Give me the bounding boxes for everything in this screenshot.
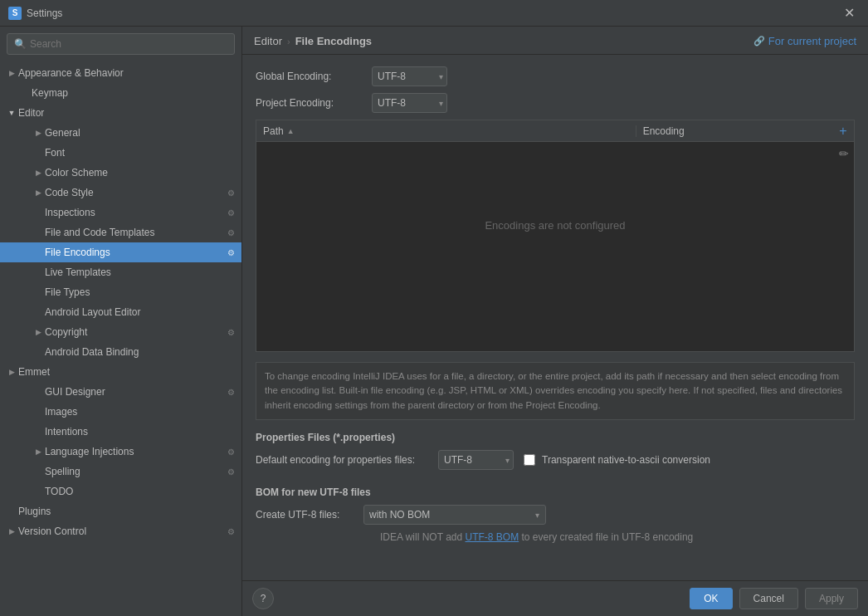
settings-icon: ⚙ <box>225 227 237 238</box>
arrow-icon: ▼ <box>7 108 17 118</box>
utf8-bom-link[interactable]: UTF-8 BOM <box>465 531 519 543</box>
table-empty-message: Encodings are not configured <box>256 142 854 308</box>
default-encoding-label: Default encoding for properties files: <box>256 454 438 466</box>
sidebar-item-general[interactable]: ▶ General <box>0 123 241 143</box>
search-input[interactable] <box>30 38 227 50</box>
breadcrumb-parent: Editor <box>254 35 282 47</box>
default-encoding-dropdown-wrapper: UTF-8 ISO-8859-1 UTF-16 <box>438 450 514 470</box>
bom-section: BOM for new UTF-8 files Create UTF-8 fil… <box>256 486 855 543</box>
project-encoding-dropdown[interactable]: UTF-8 ISO-8859-1 UTF-16 <box>372 93 447 113</box>
project-encoding-row: Project Encoding: UTF-8 ISO-8859-1 UTF-1… <box>256 93 855 113</box>
breadcrumb: Editor › File Encodings 🔗 For current pr… <box>242 27 868 55</box>
table-header: Path ▲ Encoding + <box>256 120 854 142</box>
sidebar-item-version-control[interactable]: ▶ Version Control ⚙ <box>0 521 241 541</box>
main-content: 🔍 ▶ Appearance & Behavior ▶ Keymap ▼ Edi… <box>0 27 868 616</box>
sidebar-item-appearance[interactable]: ▶ Appearance & Behavior <box>0 63 241 83</box>
sidebar-item-live-templates[interactable]: ▶ Live Templates <box>0 262 241 282</box>
sidebar-item-plugins[interactable]: ▶ Plugins <box>0 501 241 521</box>
create-utf8-row: Create UTF-8 files: with NO BOM with BOM… <box>256 505 855 525</box>
ok-button[interactable]: OK <box>690 588 732 609</box>
search-icon: 🔍 <box>14 38 27 50</box>
sidebar-item-file-code-templates[interactable]: ▶ File and Code Templates ⚙ <box>0 222 241 242</box>
apply-button[interactable]: Apply <box>805 588 858 609</box>
settings-tree: ▶ Appearance & Behavior ▶ Keymap ▼ Edito… <box>0 61 241 616</box>
add-encoding-button[interactable]: + <box>832 120 854 142</box>
edit-pencil-button[interactable]: ✏ <box>837 145 851 162</box>
breadcrumb-current: File Encodings <box>295 35 372 47</box>
arrow-icon: ▶ <box>33 447 43 457</box>
bom-note: IDEA will NOT add UTF-8 BOM to every cre… <box>256 531 855 543</box>
sidebar: 🔍 ▶ Appearance & Behavior ▶ Keymap ▼ Edi… <box>0 27 242 616</box>
arrow-icon: ▶ <box>33 168 43 178</box>
bottom-bar: ? OK Cancel Apply <box>242 580 868 616</box>
create-utf8-label: Create UTF-8 files: <box>256 509 363 521</box>
settings-icon: ⚙ <box>225 466 237 477</box>
bom-dropdown[interactable]: with NO BOM with BOM with BOM if Windows… <box>363 505 546 525</box>
path-header: Path ▲ <box>256 125 636 137</box>
sidebar-item-spelling[interactable]: ▶ Spelling ⚙ <box>0 462 241 482</box>
sidebar-item-color-scheme[interactable]: ▶ Color Scheme <box>0 163 241 183</box>
arrow-icon: ▶ <box>33 188 43 198</box>
encodings-table: Path ▲ Encoding + Encodings are not conf… <box>256 120 855 352</box>
sidebar-item-intentions[interactable]: ▶ Intentions <box>0 422 241 442</box>
description-text: To change encoding IntelliJ IDEA uses fo… <box>256 362 855 420</box>
sidebar-item-file-types[interactable]: ▶ File Types <box>0 282 241 302</box>
arrow-icon: ▶ <box>7 68 17 78</box>
settings-icon: ⚙ <box>225 446 237 457</box>
sidebar-item-gui-designer[interactable]: ▶ GUI Designer ⚙ <box>0 382 241 402</box>
breadcrumb-separator: › <box>287 37 290 46</box>
global-encoding-dropdown[interactable]: UTF-8 ISO-8859-1 UTF-16 <box>372 66 447 86</box>
for-current-project-link[interactable]: For current project <box>768 35 856 47</box>
bom-dropdown-wrapper: with NO BOM with BOM with BOM if Windows… <box>363 505 546 525</box>
sidebar-item-editor[interactable]: ▼ Editor <box>0 103 241 123</box>
sidebar-item-inspections[interactable]: ▶ Inspections ⚙ <box>0 203 241 222</box>
sidebar-item-images[interactable]: ▶ Images <box>0 402 241 422</box>
sidebar-item-todo[interactable]: ▶ TODO <box>0 482 241 501</box>
sidebar-item-file-encodings[interactable]: ▶ File Encodings ⚙ <box>0 242 241 262</box>
window-title: Settings <box>27 7 839 19</box>
default-encoding-row: Default encoding for properties files: U… <box>256 450 855 470</box>
close-button[interactable]: ✕ <box>839 3 860 22</box>
sidebar-item-emmet[interactable]: ▶ Emmet <box>0 362 241 382</box>
settings-icon: ⚙ <box>225 526 237 537</box>
default-encoding-dropdown[interactable]: UTF-8 ISO-8859-1 UTF-16 <box>438 450 514 470</box>
sidebar-item-code-style[interactable]: ▶ Code Style ⚙ <box>0 183 241 203</box>
bom-title: BOM for new UTF-8 files <box>256 486 855 498</box>
sidebar-item-keymap[interactable]: ▶ Keymap <box>0 83 241 103</box>
encoding-header: Encoding <box>636 125 832 137</box>
content-area: Global Encoding: UTF-8 ISO-8859-1 UTF-16… <box>242 55 868 580</box>
sidebar-item-language-injections[interactable]: ▶ Language Injections ⚙ <box>0 442 241 462</box>
search-box[interactable]: 🔍 <box>7 33 235 55</box>
properties-section-title: Properties Files (*.properties) <box>256 432 855 443</box>
transparent-checkbox-row: Transparent native-to-ascii conversion <box>524 454 710 466</box>
settings-icon: ⚙ <box>225 187 237 198</box>
settings-window: S Settings ✕ 🔍 ▶ Appearance & Behavior ▶ <box>0 0 868 616</box>
transparent-label: Transparent native-to-ascii conversion <box>542 454 710 466</box>
global-encoding-row: Global Encoding: UTF-8 ISO-8859-1 UTF-16 <box>256 66 855 86</box>
arrow-icon: ▶ <box>33 327 43 337</box>
sidebar-item-android-data-binding[interactable]: ▶ Android Data Binding <box>0 342 241 362</box>
title-bar: S Settings ✕ <box>0 0 868 27</box>
project-encoding-dropdown-wrapper: UTF-8 ISO-8859-1 UTF-16 <box>372 93 447 113</box>
settings-icon: ⚙ <box>225 386 237 398</box>
sidebar-item-android-layout-editor[interactable]: ▶ Android Layout Editor <box>0 302 241 322</box>
settings-icon: ⚙ <box>225 207 237 218</box>
app-icon: S <box>8 7 22 20</box>
arrow-icon: ▶ <box>33 128 43 138</box>
settings-icon: ⚙ <box>225 247 237 258</box>
cancel-button[interactable]: Cancel <box>739 588 798 609</box>
arrow-icon: ▶ <box>7 367 17 377</box>
arrow-icon: ▶ <box>7 526 17 536</box>
global-encoding-label: Global Encoding: <box>256 71 372 82</box>
right-panel: Editor › File Encodings 🔗 For current pr… <box>242 27 868 616</box>
sidebar-item-copyright[interactable]: ▶ Copyright ⚙ <box>0 322 241 342</box>
project-encoding-label: Project Encoding: <box>256 97 372 109</box>
settings-icon: ⚙ <box>225 326 237 338</box>
sort-arrow-icon: ▲ <box>287 127 295 135</box>
transparent-checkbox[interactable] <box>524 454 535 466</box>
sidebar-item-font[interactable]: ▶ Font <box>0 143 241 163</box>
help-button[interactable]: ? <box>252 588 274 609</box>
global-encoding-dropdown-wrapper: UTF-8 ISO-8859-1 UTF-16 <box>372 66 447 86</box>
